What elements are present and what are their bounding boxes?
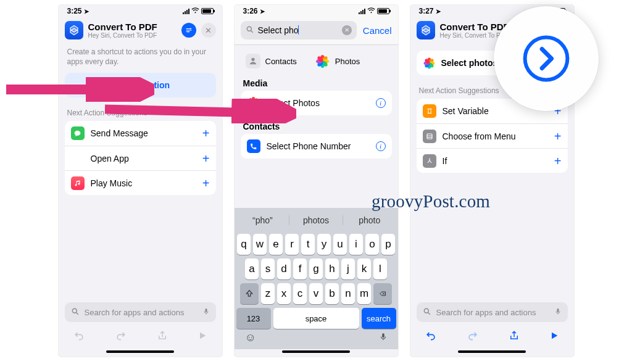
status-time: 3:26 [243, 7, 258, 15]
screen-action-search: 3:26 ➤ Select pho ✕ Cancel Contacts P [235, 5, 398, 357]
plus-icon[interactable]: + [202, 177, 210, 189]
key[interactable]: h [325, 259, 339, 279]
play-icon[interactable] [198, 331, 207, 344]
share-icon[interactable] [509, 329, 520, 345]
key[interactable]: j [341, 259, 355, 279]
photos-icon [423, 57, 435, 69]
redo-icon[interactable] [115, 329, 127, 345]
search-field[interactable]: Select pho ✕ [241, 21, 357, 39]
battery-icon [201, 8, 214, 14]
action-row-select-phone[interactable]: Select Phone Number i [241, 134, 392, 159]
category-label: Contacts [265, 57, 297, 66]
close-button[interactable]: ✕ [201, 23, 216, 38]
dictation-key[interactable] [379, 331, 388, 345]
suggestion-row[interactable]: Open App + [65, 146, 216, 170]
menu-icon [423, 130, 436, 143]
shortcut-title[interactable]: Convert To PDF [88, 22, 177, 32]
key[interactable]: g [309, 259, 323, 279]
search-icon [71, 307, 80, 318]
search-key[interactable]: search [362, 308, 396, 329]
key[interactable]: c [293, 283, 307, 304]
shortcut-header: Convert To PDF Hey Siri, Convert To PDF … [59, 17, 222, 44]
play-icon[interactable] [549, 331, 559, 344]
key[interactable]: d [277, 259, 291, 279]
key[interactable]: t [301, 234, 315, 255]
cancel-button[interactable]: Cancel [363, 25, 392, 36]
key[interactable]: v [309, 283, 323, 304]
status-bar: 3:25 ➤ [59, 5, 222, 17]
key[interactable]: x [277, 283, 291, 304]
key[interactable]: y [317, 234, 331, 255]
category-row: Contacts Photos [235, 45, 398, 72]
shortcut-app-icon [417, 21, 435, 39]
key[interactable]: r [285, 234, 299, 255]
category-contacts[interactable]: Contacts [246, 54, 297, 68]
key[interactable]: o [365, 234, 379, 255]
if-icon [423, 154, 436, 168]
numbers-key[interactable]: 123 [236, 308, 271, 329]
key[interactable]: i [349, 234, 363, 255]
keyboard[interactable]: “pho” photos photo qwertyuiop asdfghjkl … [235, 208, 398, 349]
info-icon[interactable]: i [376, 141, 386, 151]
wifi-icon [367, 7, 375, 15]
key[interactable]: b [325, 283, 339, 304]
category-photos[interactable]: Photos [315, 54, 360, 68]
suggestions-label: Next Action Suggestions [65, 97, 216, 121]
undo-icon[interactable] [425, 329, 437, 345]
svg-rect-11 [557, 308, 559, 312]
emoji-key[interactable]: ☺ [245, 331, 256, 345]
key[interactable]: l [373, 259, 387, 279]
undo-icon[interactable] [73, 329, 85, 345]
home-indicator [106, 350, 174, 353]
status-bar: 3:26 ➤ [235, 5, 398, 17]
key[interactable]: u [333, 234, 347, 255]
plus-icon[interactable]: + [554, 130, 562, 143]
key[interactable]: a [245, 259, 259, 279]
keyboard-suggestions: “pho” photos photo [236, 210, 396, 230]
info-icon[interactable]: i [376, 98, 386, 108]
suggestion[interactable]: “pho” [236, 215, 289, 225]
status-time: 3:27 [419, 7, 434, 15]
add-action-label: Add Action [124, 80, 170, 90]
backspace-key[interactable] [373, 283, 392, 304]
search-header: Select pho ✕ Cancel [235, 17, 398, 45]
plus-circle-icon: ＋ [110, 80, 120, 90]
mic-icon[interactable] [554, 307, 562, 318]
key[interactable]: q [237, 234, 251, 255]
suggestion-row[interactable]: Send Message + [65, 121, 216, 146]
key[interactable]: w [253, 234, 267, 255]
shortcut-settings-button[interactable] [181, 23, 196, 38]
key[interactable]: f [293, 259, 307, 279]
share-icon[interactable] [157, 329, 168, 345]
key[interactable]: p [381, 234, 395, 255]
add-action-button[interactable]: ＋ Add Action [65, 73, 216, 97]
plus-icon[interactable]: + [554, 155, 562, 167]
group-label-media: Media [235, 72, 398, 91]
action-row-select-photos[interactable]: Select Photos i [241, 91, 392, 115]
cell-signal-icon [183, 9, 189, 14]
shift-key[interactable] [240, 283, 259, 304]
svg-point-4 [247, 27, 251, 31]
suggestion[interactable]: photo [343, 215, 396, 225]
mic-icon[interactable] [202, 307, 210, 318]
key[interactable]: m [357, 283, 371, 304]
search-bar[interactable]: Search for apps and actions [417, 302, 568, 322]
svg-rect-6 [382, 333, 385, 337]
message-icon [71, 126, 85, 140]
plus-icon[interactable]: + [202, 127, 210, 139]
key[interactable]: k [357, 259, 371, 279]
screen-shortcut-editor: 3:25 ➤ Convert To PDF Hey Siri, Convert … [59, 5, 222, 357]
suggestion-row[interactable]: If + [417, 148, 568, 173]
key[interactable]: n [341, 283, 355, 304]
suggestion-row[interactable]: Play Music + [65, 170, 216, 195]
suggestion[interactable]: photos [289, 215, 343, 225]
key[interactable]: s [261, 259, 275, 279]
space-key[interactable]: space [273, 308, 359, 329]
suggestion-row[interactable]: Choose from Menu + [417, 123, 568, 148]
clear-search-button[interactable]: ✕ [342, 25, 352, 35]
redo-icon[interactable] [467, 329, 479, 345]
search-bar[interactable]: Search for apps and actions [65, 302, 216, 322]
key[interactable]: z [261, 283, 275, 304]
plus-icon[interactable]: + [202, 152, 210, 165]
key[interactable]: e [269, 234, 283, 255]
